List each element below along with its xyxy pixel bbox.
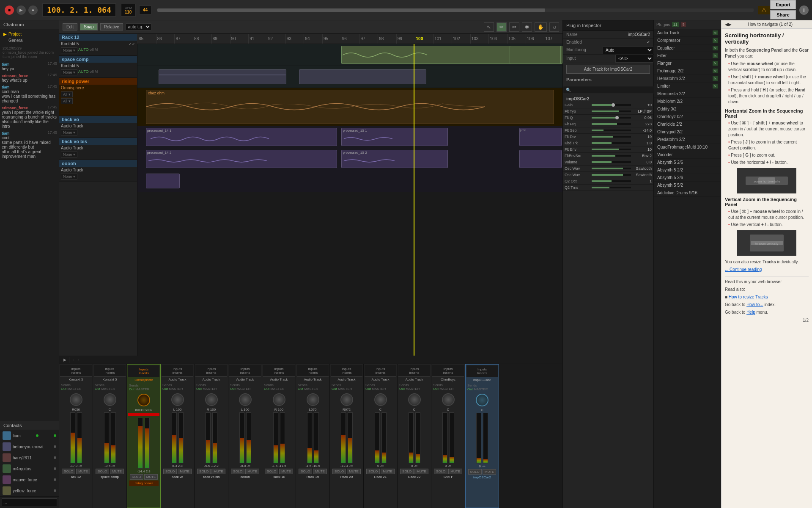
- param-slider[interactable]: [592, 117, 631, 119]
- solo-button[interactable]: SOLO: [62, 469, 75, 474]
- ch-knob[interactable]: [239, 393, 252, 406]
- clip-chez-ohm[interactable]: chez ohm: [146, 90, 554, 124]
- monitoring-select[interactable]: Auto On Off: [603, 46, 653, 54]
- tree-item-project[interactable]: ▶ Project: [2, 31, 57, 37]
- plugin-item-frohmage[interactable]: Frohmage 2/2 fx: [654, 67, 721, 75]
- plugin-item-flanger[interactable]: Flanger fx: [654, 60, 721, 67]
- export-button[interactable]: Export: [770, 0, 796, 9]
- plugin-item-addictive[interactable]: Addictive Drums 9/16: [654, 189, 721, 197]
- tool-pointer[interactable]: ↖: [484, 22, 494, 32]
- record-button[interactable]: ●: [28, 6, 38, 15]
- solo-button[interactable]: SOLO: [130, 474, 143, 480]
- param-slider[interactable]: [592, 110, 631, 112]
- input-select[interactable]: <All>: [615, 55, 653, 63]
- mute-button[interactable]: MUTE: [381, 469, 395, 474]
- tool-zoom[interactable]: ♫: [549, 22, 559, 32]
- param-slider[interactable]: [592, 187, 631, 188]
- tool-mute[interactable]: ✱: [522, 22, 532, 32]
- plugin-item-equalizer[interactable]: Equalizer fx: [654, 44, 721, 52]
- help-continue-link[interactable]: ... Continue reading: [725, 267, 762, 272]
- plugin-item-limiter[interactable]: Limiter fx: [654, 83, 721, 90]
- ch-knob[interactable]: [70, 393, 82, 406]
- solo-button[interactable]: SOLO: [265, 469, 278, 474]
- help-menu-link[interactable]: Help: [746, 310, 755, 315]
- mute-button[interactable]: MUTE: [448, 469, 462, 474]
- plugin-item-ohmboyz[interactable]: OhmBoyz 0/2: [654, 113, 721, 121]
- tree-item-general[interactable]: General: [2, 37, 57, 44]
- clip-processed-14-2[interactable]: processed_14-2: [146, 150, 337, 168]
- mute-button[interactable]: MUTE: [279, 469, 293, 474]
- info-button[interactable]: i: [799, 6, 809, 15]
- share-button[interactable]: Share: [770, 10, 796, 19]
- ch-knob[interactable]: [476, 394, 488, 406]
- solo-button[interactable]: SOLO: [197, 469, 211, 474]
- clip-processed-small[interactable]: proc...: [519, 128, 562, 146]
- chat-input-field[interactable]: [2, 498, 57, 506]
- mute-button[interactable]: MUTE: [110, 469, 124, 474]
- ch-knob[interactable]: [205, 393, 218, 406]
- plugin-item-minmonsta[interactable]: Minmonsta 2/2: [654, 90, 721, 98]
- solo-button[interactable]: SOLO: [468, 469, 482, 475]
- param-slider[interactable]: [592, 123, 631, 125]
- ch-knob[interactable]: [104, 393, 116, 406]
- play-button[interactable]: ▶: [16, 6, 26, 15]
- mute-button[interactable]: MUTE: [211, 469, 225, 474]
- plugin-item-ohmicide[interactable]: Ohmicide 2/2: [654, 121, 721, 128]
- mute-button[interactable]: MUTE: [483, 469, 497, 475]
- add-track-button[interactable]: Add Track for impOSCar2: [566, 65, 650, 74]
- plugin-item-compressor[interactable]: Compressor fx: [654, 37, 721, 44]
- mixer-tab[interactable]: ▶: [61, 357, 69, 363]
- clip-processed-14-1[interactable]: processed_14-1: [146, 128, 337, 146]
- tool-pencil[interactable]: ✏: [497, 22, 507, 32]
- solo-button[interactable]: SOLO: [163, 469, 177, 474]
- param-slider[interactable]: [592, 180, 631, 182]
- ch-knob[interactable]: [374, 393, 387, 406]
- mute-button[interactable]: MUTE: [245, 469, 259, 474]
- mute-button[interactable]: MUTE: [144, 474, 158, 480]
- plugin-item-absynth2[interactable]: Absynth 5 2/2: [654, 166, 721, 174]
- clip-small[interactable]: [519, 150, 562, 168]
- ch-knob[interactable]: [340, 393, 353, 406]
- plugin-item-absynth4[interactable]: Absynth 5 5/2: [654, 182, 721, 189]
- ch-knob[interactable]: [442, 393, 455, 406]
- plugin-item-quadfrohmage[interactable]: QuadFrohmageMulti 10:10: [654, 144, 721, 151]
- clip-ooooh[interactable]: [146, 174, 180, 188]
- relative-button[interactable]: Relative: [100, 23, 123, 30]
- param-slider[interactable]: [592, 161, 631, 163]
- plugin-item-audiotrack[interactable]: Audio Track fx: [654, 29, 721, 37]
- clip[interactable]: [159, 69, 286, 84]
- solo-button[interactable]: SOLO: [332, 469, 346, 474]
- param-slider[interactable]: [592, 136, 631, 138]
- mute-button[interactable]: MUTE: [347, 469, 361, 474]
- mute-button[interactable]: MUTE: [414, 469, 428, 474]
- howto-link[interactable]: How to...: [746, 302, 763, 307]
- clip-small[interactable]: [510, 46, 561, 64]
- param-slider[interactable]: [592, 168, 631, 169]
- mute-button[interactable]: MUTE: [313, 469, 327, 474]
- mute-button[interactable]: MUTE: [178, 469, 192, 474]
- tool-hand[interactable]: ✋: [535, 22, 547, 32]
- edit-button[interactable]: Edit: [63, 23, 77, 30]
- ch-knob[interactable]: [171, 393, 184, 406]
- mute-button[interactable]: MUTE: [76, 469, 90, 474]
- ch-knob[interactable]: [273, 393, 285, 406]
- plugin-item-absynth3[interactable]: Absynth 5 2/6: [654, 174, 721, 182]
- clip-processed-15-1[interactable]: processed_15-1: [341, 128, 447, 146]
- plugin-item-predatohm[interactable]: Predatohm 2/2: [654, 136, 721, 144]
- solo-button[interactable]: SOLO: [434, 469, 447, 474]
- plugin-item-ohmygod[interactable]: Ohmygod 2/2: [654, 128, 721, 136]
- solo-button[interactable]: SOLO: [400, 469, 414, 474]
- param-slider[interactable]: [592, 142, 631, 144]
- solo-button[interactable]: SOLO: [231, 469, 244, 474]
- resize-tracks-link[interactable]: How to resize Tracks: [729, 295, 768, 299]
- param-slider[interactable]: [592, 130, 631, 131]
- solo-button[interactable]: SOLO: [366, 469, 380, 474]
- param-slider[interactable]: [592, 149, 631, 150]
- ch-knob[interactable]: [137, 394, 150, 406]
- clip[interactable]: [299, 69, 427, 84]
- param-slider[interactable]: [592, 155, 631, 157]
- plugin-item-mobilohm[interactable]: Mobilohm 2/2: [654, 98, 721, 105]
- plugin-item-vocoder[interactable]: Vocoder: [654, 151, 721, 159]
- params-search-input[interactable]: [563, 86, 653, 94]
- help-nav-next[interactable]: ▶: [728, 22, 732, 27]
